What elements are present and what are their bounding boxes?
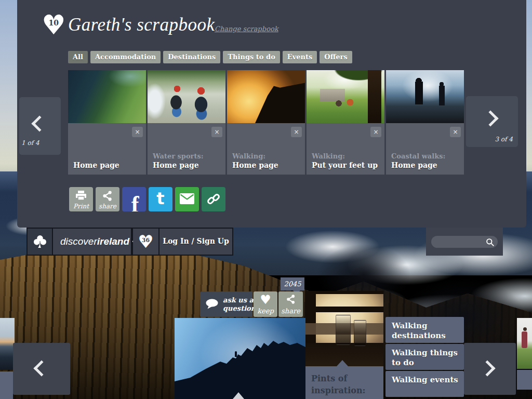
hiker-silhouette xyxy=(235,351,237,357)
speech-bubble-icon xyxy=(205,299,219,309)
hiker-figure xyxy=(522,331,527,348)
remove-card-button[interactable]: × xyxy=(450,127,461,137)
tab-things-to-do[interactable]: Things to do xyxy=(223,51,280,63)
scrapbook-card[interactable]: × Water sports: Home page xyxy=(148,70,225,175)
card-title: Home page xyxy=(73,161,143,170)
remove-card-button[interactable]: × xyxy=(291,127,302,137)
card-category: Coastal walks: xyxy=(391,152,461,161)
ask-label-line1: ask us a xyxy=(223,296,256,304)
twitter-icon: t xyxy=(156,189,164,208)
nav-heart-count: 36 xyxy=(142,237,150,244)
share-label: share xyxy=(96,203,119,210)
home-logo-button[interactable] xyxy=(28,229,52,255)
share-button[interactable]: share xyxy=(96,187,119,211)
scrapbook-card[interactable]: × Coastal walks: Home page xyxy=(386,70,464,175)
brand-ireland: ireland xyxy=(97,236,129,247)
print-label: Print xyxy=(69,203,93,210)
change-scrapbook-link[interactable]: Change scrapbook xyxy=(215,25,278,33)
tab-accommodation[interactable]: Accommodation xyxy=(90,51,161,63)
carousel-next-button[interactable]: 3 of 4 xyxy=(466,96,518,147)
card-category: Walking: xyxy=(312,152,381,161)
hero-caption-partial-left xyxy=(0,371,13,399)
hero-next-button[interactable] xyxy=(464,343,516,395)
card-caption: × Water sports: Home page xyxy=(148,123,225,175)
menu-walking-destinations[interactable]: Walking destinations xyxy=(385,317,464,343)
card-title: Home page xyxy=(153,161,222,170)
page: ♥ 10 Gareth's scrapbook Change scrapbook… xyxy=(0,0,532,399)
copy-link-button[interactable] xyxy=(202,187,225,211)
card-image-cliffs xyxy=(68,70,146,123)
scrapbook-heart-count: 10 xyxy=(49,19,59,27)
hiker-figure xyxy=(523,327,527,331)
brand-discover: discover xyxy=(60,236,97,247)
pager-position: 1 of 4 xyxy=(21,139,39,147)
brand-wordmark: discoverireland xyxy=(60,236,137,247)
menu-walking-things-to-do[interactable]: Walking things to do xyxy=(385,344,464,370)
card-image-coastal-walk xyxy=(386,70,464,123)
carousel-prev-button[interactable]: 1 of 4 xyxy=(19,97,61,155)
search-panel xyxy=(426,228,503,256)
nav-scrapbook-button[interactable]: ♥ 36 xyxy=(133,229,158,255)
ask-label-line2: question xyxy=(223,304,256,313)
card-image-mansion-tree xyxy=(307,70,384,123)
count-badge-value: 2045 xyxy=(284,280,301,288)
login-signup-button[interactable]: Log In / Sign Up xyxy=(159,229,232,255)
chevron-left-icon xyxy=(31,115,47,131)
envelope-icon xyxy=(180,193,194,204)
search-icon[interactable] xyxy=(486,238,495,247)
nav-heart-icon: ♥ 36 xyxy=(138,233,153,250)
card-caption: × Coastal walks: Home page xyxy=(386,123,464,175)
printer-icon xyxy=(75,191,87,201)
walking-menu: Walking destinations Walking things to d… xyxy=(385,317,464,398)
card-caption: × Walking: Put your feet up xyxy=(307,123,384,175)
tab-offers[interactable]: Offers xyxy=(320,51,352,63)
login-label: Log In / Sign Up xyxy=(159,237,232,245)
hero-caption-pints[interactable]: Pints of inspiration: xyxy=(305,366,383,399)
hero-prev-button[interactable] xyxy=(13,343,70,395)
hero-share-label: share xyxy=(278,307,303,315)
page-title: Gareth's scrapbook xyxy=(68,15,215,35)
facebook-button[interactable]: f xyxy=(122,187,146,211)
print-button[interactable]: Print xyxy=(69,187,93,211)
card-caption: × Home page xyxy=(68,123,146,175)
chevron-right-icon xyxy=(479,360,495,376)
remove-card-button[interactable]: × xyxy=(132,127,143,137)
scrapbook-overlay-panel: ♥ 10 Gareth's scrapbook Change scrapbook… xyxy=(17,0,526,228)
scrapbook-card[interactable]: × Walking: Put your feet up xyxy=(307,70,384,175)
scrapbook-filter-tabs: All Accommodation Destinations Things to… xyxy=(68,51,352,63)
pager-position: 3 of 4 xyxy=(495,136,513,143)
remove-card-button[interactable]: × xyxy=(211,127,222,137)
facebook-icon: f xyxy=(131,191,139,211)
shamrock-logo-icon xyxy=(32,234,48,249)
tab-destinations[interactable]: Destinations xyxy=(163,51,220,63)
site-navbar: discoverireland ♥ 36 Log In / Sign Up xyxy=(26,228,233,256)
ask-label: ask us a question xyxy=(223,296,256,312)
ask-us-a-question-button[interactable]: ask us a question xyxy=(200,291,252,317)
share-icon xyxy=(102,190,113,202)
scrapbook-card[interactable]: × Walking: Home page xyxy=(227,70,305,175)
scrapbook-card[interactable]: × Home page xyxy=(68,70,146,175)
email-button[interactable] xyxy=(175,187,199,211)
hero-tile-partial-right[interactable] xyxy=(517,318,532,369)
hero-tile-pints[interactable] xyxy=(305,291,383,366)
keep-label: keep xyxy=(254,307,277,315)
chevron-right-icon xyxy=(482,110,498,126)
hero-tile-mountain-silhouette[interactable] xyxy=(175,318,305,399)
tab-all[interactable]: All xyxy=(68,51,88,63)
twitter-button[interactable]: t xyxy=(149,187,172,211)
card-category: Water sports: xyxy=(153,152,222,161)
card-title: Home page xyxy=(391,161,461,170)
keep-heart-icon: ♥ xyxy=(260,294,271,306)
hero-tile-partial-left[interactable] xyxy=(0,318,15,370)
keep-button[interactable]: ♥ keep xyxy=(254,291,277,317)
chevron-left-icon xyxy=(33,360,49,376)
brand-menu-button[interactable]: discoverireland xyxy=(53,229,131,255)
card-title: Home page xyxy=(232,161,302,170)
card-title: Put your feet up xyxy=(312,161,381,170)
remove-card-button[interactable]: × xyxy=(370,127,381,137)
hero-share-button[interactable]: share xyxy=(278,291,303,317)
pint-glass xyxy=(354,320,366,346)
menu-walking-events[interactable]: Walking events xyxy=(385,371,464,397)
tab-events[interactable]: Events xyxy=(283,51,317,63)
mountain-silhouette xyxy=(175,318,305,399)
